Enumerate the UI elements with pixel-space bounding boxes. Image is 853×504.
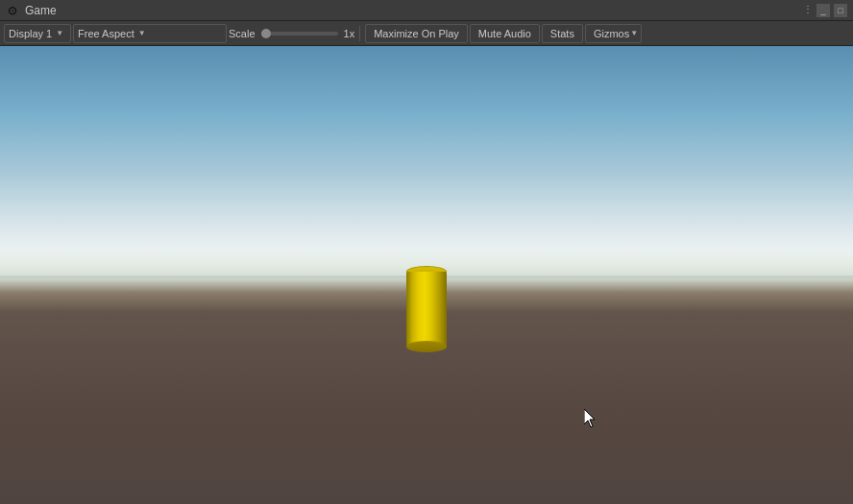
menu-dots-icon[interactable]: ⋮ xyxy=(803,4,813,17)
mute-audio-button[interactable]: Mute Audio xyxy=(470,24,540,43)
scale-slider-thumb xyxy=(261,29,271,38)
toolbar: Display 1 ▼ Free Aspect ▼ Scale 1x Maxim… xyxy=(0,21,853,46)
separator-1 xyxy=(359,26,360,41)
cylinder-body xyxy=(406,272,447,347)
scale-slider[interactable] xyxy=(261,32,338,36)
gizmos-arrow-icon: ▼ xyxy=(630,29,638,37)
scale-label: Scale xyxy=(229,28,256,39)
display-label: Display 1 xyxy=(9,28,52,39)
maximize-button[interactable]: □ xyxy=(834,4,847,17)
scale-value: 1x xyxy=(344,28,355,39)
sky-background xyxy=(0,46,853,276)
scale-container: Scale 1x xyxy=(229,28,354,39)
game-icon: ⊙ xyxy=(6,4,19,17)
stats-button[interactable]: Stats xyxy=(542,24,583,43)
maximize-on-play-button[interactable]: Maximize On Play xyxy=(365,24,468,43)
aspect-label: Free Aspect xyxy=(78,28,134,39)
viewport[interactable] xyxy=(0,46,853,504)
cylinder-mesh xyxy=(406,266,447,352)
title-bar: ⊙ Game ⋮ _ □ xyxy=(0,0,853,21)
window-controls: ⋮ _ □ xyxy=(803,4,847,17)
aspect-dropdown[interactable]: Free Aspect ▼ xyxy=(73,24,227,43)
cylinder-object xyxy=(406,266,447,352)
cylinder-bottom-cap xyxy=(406,341,447,352)
minimize-button[interactable]: _ xyxy=(816,4,830,17)
display-dropdown-arrow: ▼ xyxy=(56,29,63,37)
window-title: Game xyxy=(25,4,797,17)
aspect-dropdown-arrow: ▼ xyxy=(138,29,146,37)
display-dropdown[interactable]: Display 1 ▼ xyxy=(4,24,71,43)
gizmos-button[interactable]: Gizmos ▼ xyxy=(585,24,642,43)
